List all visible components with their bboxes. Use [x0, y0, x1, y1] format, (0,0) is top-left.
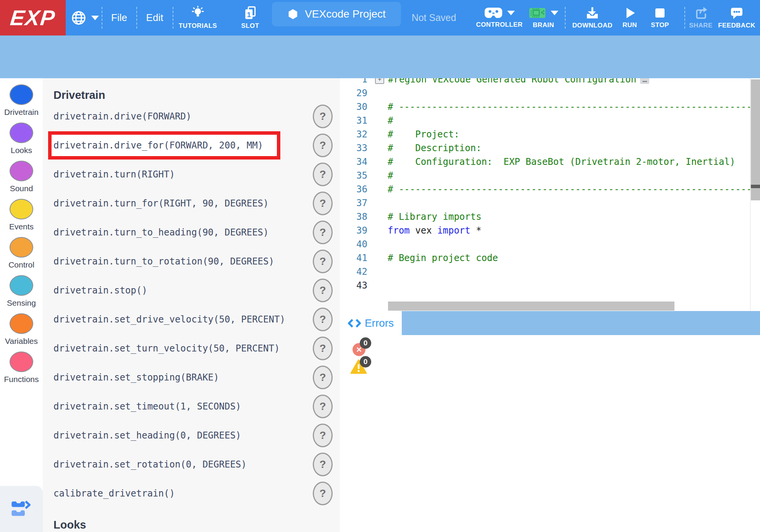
category-item-functions[interactable]: Functions [0, 351, 43, 384]
category-item-variables[interactable]: Variables [0, 313, 43, 346]
slot-button[interactable]: 1 SLOT [229, 0, 271, 35]
command-help-button[interactable]: ? [313, 163, 333, 186]
brain-label: BRAIN [533, 21, 554, 29]
code-line[interactable]: 43 [340, 279, 760, 292]
hscrollbar-thumb[interactable] [388, 301, 674, 311]
code-line[interactable]: 30# ------------------------------------… [340, 100, 760, 114]
command-row: drivetrain.turn(RIGHT)? [43, 160, 340, 189]
share-button[interactable]: SHARE [687, 0, 715, 35]
command-text[interactable]: drivetrain.turn_to_rotation(90, DEGREES) [53, 256, 274, 267]
code-line[interactable]: 37 [340, 196, 760, 210]
language-menu[interactable] [68, 0, 102, 35]
code-brackets-icon [348, 319, 361, 328]
category-circle[interactable] [10, 84, 33, 105]
code-line[interactable]: 38# Library imports [340, 210, 760, 224]
category-circle[interactable] [10, 123, 33, 143]
command-text[interactable]: drivetrain.drive(FORWARD) [53, 111, 191, 122]
command-help-button[interactable]: ? [313, 134, 333, 157]
category-item-sensing[interactable]: Sensing [0, 275, 43, 308]
errors-tab[interactable]: Errors [340, 311, 402, 335]
code-line[interactable]: 34# Configuration: EXP BaseBot (Drivetra… [340, 155, 760, 169]
brain-button[interactable]: BRAIN [524, 0, 563, 35]
code-editor-panel: 1+#region VEXcode Generated Robot Config… [340, 78, 760, 532]
code-line[interactable]: 29 [340, 86, 760, 100]
command-help-button[interactable]: ? [313, 105, 333, 128]
category-circle[interactable] [10, 351, 33, 372]
code-line[interactable]: 31# [340, 114, 760, 127]
code-token-comment: # Begin project code [388, 253, 498, 263]
line-number: 37 [340, 196, 367, 210]
category-item-looks[interactable]: Looks [0, 123, 43, 155]
code-line[interactable]: 41# Begin project code [340, 251, 760, 265]
command-text[interactable]: drivetrain.set_rotation(0, DEGREES) [53, 459, 247, 470]
fold-toggle[interactable]: + [375, 78, 384, 84]
editor-vscrollbar[interactable] [750, 78, 760, 311]
run-button[interactable]: RUN [618, 0, 642, 35]
command-row: calibrate_drivetrain()? [43, 479, 340, 508]
category-circle[interactable] [10, 275, 33, 296]
vscrollbar-thumb[interactable] [751, 79, 760, 200]
gamepad-icon [484, 7, 503, 19]
code-line[interactable]: 36# ------------------------------------… [340, 182, 760, 196]
editor-hscrollbar[interactable] [340, 301, 750, 311]
category-label: Control [8, 260, 34, 269]
command-help-button[interactable]: ? [313, 192, 333, 215]
command-help-button[interactable]: ? [313, 308, 333, 331]
collapsed-region-ellipsis[interactable]: … [640, 78, 649, 84]
controller-button[interactable]: CONTROLLER [474, 0, 525, 35]
command-help-button[interactable]: ? [313, 366, 333, 389]
category-circle[interactable] [10, 237, 33, 258]
command-text[interactable]: drivetrain.stop() [53, 285, 147, 296]
code-token-plain: * [471, 225, 482, 236]
command-text[interactable]: drivetrain.set_heading(0, DEGREES) [53, 430, 241, 441]
category-item-sound[interactable]: Sound [0, 161, 43, 193]
command-help-button[interactable]: ? [313, 337, 333, 360]
command-text[interactable]: drivetrain.turn_to_heading(90, DEGREES) [53, 227, 269, 238]
code-line[interactable]: 40 [340, 237, 760, 251]
code-line[interactable]: 39from vex import * [340, 224, 760, 237]
command-text[interactable]: drivetrain.drive_for(FORWARD, 200, MM) [53, 140, 263, 151]
command-text[interactable]: drivetrain.set_turn_velocity(50, PERCENT… [53, 343, 280, 354]
code-line[interactable]: 42 [340, 265, 760, 279]
command-help-button[interactable]: ? [313, 221, 333, 244]
command-help-button[interactable]: ? [313, 395, 333, 418]
command-help-button[interactable]: ? [313, 453, 333, 476]
category-item-events[interactable]: Events [0, 199, 43, 231]
play-icon [623, 6, 636, 19]
line-number: 41 [340, 251, 367, 265]
project-name-button[interactable]: VEXcode Project [272, 2, 401, 26]
command-help-button[interactable]: ? [313, 424, 333, 447]
code-line[interactable]: 1+#region VEXcode Generated Robot Config… [340, 78, 760, 86]
command-text[interactable]: drivetrain.set_stopping(BRAKE) [53, 372, 219, 383]
command-text[interactable]: drivetrain.turn_for(RIGHT, 90, DEGREES) [53, 198, 269, 209]
command-text[interactable]: calibrate_drivetrain() [53, 488, 175, 499]
category-circle[interactable] [10, 313, 33, 334]
code-line[interactable]: 35# [340, 169, 760, 182]
feedback-button[interactable]: FEEDBACK [715, 0, 758, 35]
line-number: 36 [340, 182, 367, 196]
category-circle[interactable] [10, 199, 33, 219]
code-line[interactable]: 33# Description: [340, 141, 760, 155]
category-item-drivetrain[interactable]: Drivetrain [0, 84, 43, 117]
category-item-control[interactable]: Control [0, 237, 43, 269]
stop-button[interactable]: STOP [645, 0, 675, 35]
code-line[interactable]: 32# Project: [340, 127, 760, 141]
edit-menu[interactable]: Edit [137, 0, 172, 35]
command-text[interactable]: drivetrain.set_timeout(1, SECONDS) [53, 401, 241, 412]
errors-panel: × 0 0 [340, 335, 760, 532]
category-label: Events [9, 222, 34, 231]
main-area: DrivetrainLooksSoundEventsControlSensing… [0, 78, 760, 532]
hexagon-icon [287, 8, 299, 20]
command-text[interactable]: drivetrain.set_drive_velocity(50, PERCEN… [53, 314, 285, 325]
category-circle[interactable] [10, 161, 33, 181]
download-button[interactable]: DOWNLOAD [570, 0, 615, 35]
file-menu[interactable]: File [102, 0, 136, 35]
command-row: drivetrain.set_rotation(0, DEGREES)? [43, 450, 340, 479]
tutorials-button[interactable]: TUTORIALS [173, 0, 222, 35]
command-help-button[interactable]: ? [313, 250, 333, 273]
command-text[interactable]: drivetrain.turn(RIGHT) [53, 169, 175, 180]
code-editor[interactable]: 1+#region VEXcode Generated Robot Config… [340, 78, 760, 311]
command-help-button[interactable]: ? [313, 482, 333, 505]
blocks-toggle-button[interactable] [0, 486, 43, 532]
command-help-button[interactable]: ? [313, 279, 333, 302]
